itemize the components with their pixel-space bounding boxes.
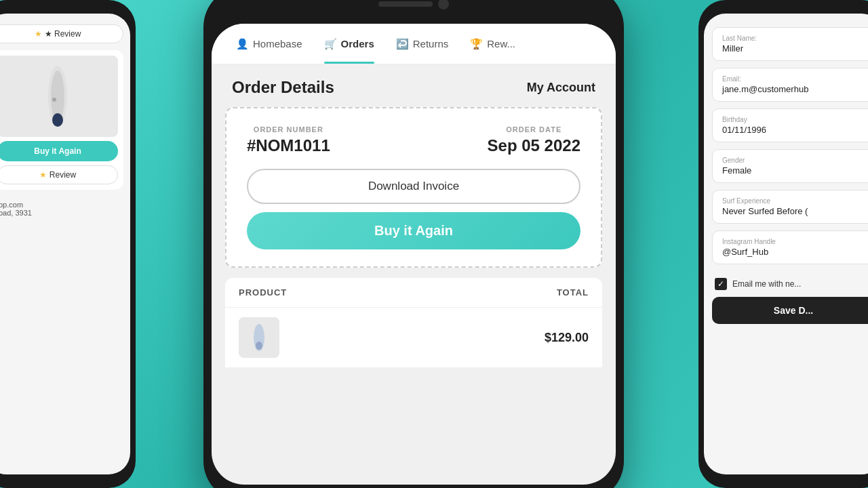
phone-center: 👤 Homebase 🛒 Orders ↩️ Returns 🏆 Rew... … <box>203 0 624 488</box>
surfboard-icon <box>39 59 77 134</box>
product-thumbnail <box>239 317 279 358</box>
star-icon: ★ <box>35 29 42 39</box>
svg-point-6 <box>256 342 262 350</box>
form-field-instagram: Instagram Handle @Surf_Hub <box>712 230 868 264</box>
phone-right: Last Name: Miller Email: jane.m@customer… <box>698 0 868 488</box>
header-row: Order Details My Account <box>212 64 616 107</box>
main-content: Order Details My Account Order Number #N… <box>212 64 616 367</box>
product-thumb-icon <box>239 317 279 358</box>
buy-again-main-label: Buy it Again <box>374 223 453 238</box>
review-button-card[interactable]: ★ Review <box>0 165 118 184</box>
left-bottom-info: op.com oad, 3931 <box>0 195 123 222</box>
email-value: jane.m@customerhub <box>722 84 865 94</box>
birthday-label: Birthday <box>722 116 865 123</box>
order-number-label: Order Number <box>247 125 330 134</box>
person-icon: 👤 <box>236 38 249 50</box>
last-name-value: Miller <box>722 43 865 54</box>
form-field-last-name: Last Name: Miller <box>712 27 868 61</box>
order-card: Order Number #NOM1011 Order Date Sep 05 … <box>225 107 602 268</box>
checkmark-icon: ✓ <box>717 279 724 289</box>
notch-bar <box>378 1 433 7</box>
download-invoice-label: Download Invoice <box>368 180 459 192</box>
form-field-surf-experience: Surf Experience Never Surfed Before ( <box>712 190 868 224</box>
table-row: $129.00 <box>225 308 602 367</box>
order-date-value: Sep 05 2022 <box>488 136 580 155</box>
return-icon: ↩️ <box>396 38 409 50</box>
nav-orders-label: Orders <box>341 38 374 49</box>
nav-item-homebase[interactable]: 👤 Homebase <box>225 24 313 64</box>
save-button[interactable]: Save D... <box>712 297 868 324</box>
nav-rewards-label: Rew... <box>487 38 515 49</box>
email-checkbox[interactable]: ✓ <box>715 278 727 290</box>
last-name-label: Last Name: <box>722 35 865 42</box>
notch-camera <box>438 0 449 9</box>
form-field-gender: Gender Female <box>712 149 868 183</box>
order-date-label: Order Date <box>488 125 580 134</box>
save-label: Save D... <box>774 305 813 316</box>
form-field-email: Email: jane.m@customerhub <box>712 68 868 102</box>
notch-area <box>378 0 449 9</box>
table-header: Product Total <box>225 278 602 308</box>
order-number-field: Order Number #NOM1011 <box>247 125 330 155</box>
product-card: Buy it Again ★ Review <box>0 50 123 190</box>
svg-point-3 <box>52 98 56 102</box>
my-account-link[interactable]: My Account <box>527 81 595 95</box>
svg-point-2 <box>52 113 63 127</box>
buy-again-label: Buy it Again <box>34 146 81 156</box>
product-price: $129.00 <box>545 331 589 345</box>
nav-returns-label: Returns <box>413 38 449 49</box>
page-title: Order Details <box>232 78 334 97</box>
star-icon-card: ★ <box>39 170 47 180</box>
phone-left-content: ★ ★ Review Buy it Again <box>0 14 130 229</box>
phone-center-screen: 👤 Homebase 🛒 Orders ↩️ Returns 🏆 Rew... … <box>212 24 616 485</box>
gender-value: Female <box>722 165 865 176</box>
col-total: Total <box>557 287 589 298</box>
surf-experience-value: Never Surfed Before ( <box>722 206 865 216</box>
nav-item-returns[interactable]: ↩️ Returns <box>385 24 460 64</box>
form-field-birthday: Birthday 01/11/1996 <box>712 108 868 142</box>
store-url: op.com <box>0 201 117 209</box>
right-form: Last Name: Miller Email: jane.m@customer… <box>704 14 868 338</box>
phone-left-screen: ★ ★ Review Buy it Again <box>0 14 130 474</box>
buy-again-main-button[interactable]: Buy it Again <box>247 212 580 249</box>
email-label: Email: <box>722 75 865 83</box>
order-number-value: #NOM1011 <box>247 136 330 155</box>
nav-homebase-label: Homebase <box>253 38 302 49</box>
instagram-label: Instagram Handle <box>722 238 865 245</box>
store-address: oad, 3931 <box>0 209 117 217</box>
trophy-icon: 🏆 <box>470 38 483 50</box>
phone-right-screen: Last Name: Miller Email: jane.m@customer… <box>704 14 868 474</box>
col-product: Product <box>239 287 287 298</box>
birthday-value: 01/11/1996 <box>722 125 865 135</box>
phone-left: ★ ★ Review Buy it Again <box>0 0 136 488</box>
gender-label: Gender <box>722 157 865 164</box>
instagram-value: @Surf_Hub <box>722 247 865 257</box>
order-date-field: Order Date Sep 05 2022 <box>488 125 580 155</box>
buy-again-button-left[interactable]: Buy it Again <box>0 141 118 161</box>
cart-icon: 🛒 <box>324 38 337 50</box>
nav-item-orders[interactable]: 🛒 Orders <box>313 24 385 64</box>
nav-bar: 👤 Homebase 🛒 Orders ↩️ Returns 🏆 Rew... <box>212 24 616 64</box>
review-button-top[interactable]: ★ ★ Review <box>0 24 123 43</box>
email-checkbox-label: Email me with ne... <box>732 279 801 289</box>
product-table: Product Total $129.00 <box>225 278 602 367</box>
review-label: ★ Review <box>45 29 81 39</box>
download-invoice-button[interactable]: Download Invoice <box>247 169 580 204</box>
email-checkbox-row: ✓ Email me with ne... <box>712 271 868 297</box>
nav-item-rewards[interactable]: 🏆 Rew... <box>459 24 526 64</box>
product-image <box>0 56 118 137</box>
review-label-card: Review <box>50 170 76 180</box>
surf-experience-label: Surf Experience <box>722 197 865 205</box>
order-info-row: Order Number #NOM1011 Order Date Sep 05 … <box>247 125 580 155</box>
